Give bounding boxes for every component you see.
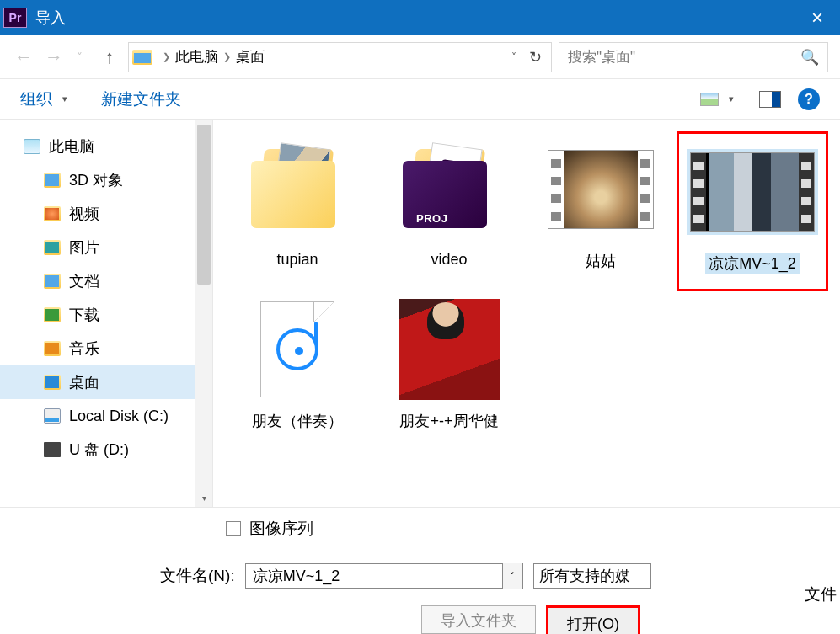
toolbar: 组织 ▾ 新建文件夹 ▾ ? xyxy=(0,79,840,120)
file-item[interactable]: PrPROJvideo xyxy=(373,131,525,291)
file-grid: tupianPrPROJvideo姑姑凉凉MV~1_2朋友（伴奏）朋友+-+周华… xyxy=(213,120,840,507)
file-item[interactable]: 朋友（伴奏） xyxy=(222,291,373,451)
folder-icon xyxy=(44,240,61,255)
scroll-down-icon[interactable]: ▾ xyxy=(197,493,211,505)
sidebar-item[interactable]: 下载 xyxy=(0,298,212,332)
recent-chevron-icon[interactable]: ˅ xyxy=(67,51,91,64)
file-name: tupian xyxy=(276,251,318,269)
bottom-panel: 图像序列 文件名(N): 凉凉MV~1_2 ˅ 所有支持的媒 导入文件夹 打开(… xyxy=(0,507,840,633)
file-name: 凉凉MV~1_2 xyxy=(705,253,800,274)
sidebar-item-label: 音乐 xyxy=(69,338,99,359)
sidebar-item-label: 桌面 xyxy=(69,372,99,392)
refresh-icon[interactable]: ↻ xyxy=(522,48,548,67)
folder-icon xyxy=(44,206,61,221)
sidebar-item[interactable]: 图片 xyxy=(0,231,212,264)
folder-icon xyxy=(132,50,152,65)
search-placeholder: 搜索"桌面" xyxy=(568,47,635,67)
preview-pane-icon[interactable] xyxy=(759,91,781,108)
sidebar-item[interactable]: 文档 xyxy=(0,264,212,298)
chevron-down-icon[interactable]: ˅ xyxy=(502,563,522,589)
forward-arrow-icon: → xyxy=(42,46,66,68)
filename-label: 文件名(N): xyxy=(160,565,235,587)
scrollbar-thumb[interactable] xyxy=(197,125,211,285)
sidebar-root-this-pc[interactable]: 此电脑 xyxy=(0,130,212,163)
file-thumbnail xyxy=(699,142,805,242)
filename-combo[interactable]: 凉凉MV~1_2 ˅ xyxy=(245,563,523,589)
sidebar-item[interactable]: 视频 xyxy=(0,197,212,231)
folder-icon xyxy=(44,173,61,188)
file-name: 朋友+-+周华健 xyxy=(399,411,498,431)
chevron-down-icon[interactable]: ▾ xyxy=(62,93,67,104)
help-icon[interactable]: ? xyxy=(798,88,820,110)
file-name: 姑姑 xyxy=(586,251,616,271)
open-button[interactable]: 打开(O) xyxy=(546,605,640,634)
file-item[interactable]: tupian xyxy=(222,131,373,291)
sidebar-item-label: 图片 xyxy=(69,237,99,258)
sidebar-item[interactable]: 3D 对象 xyxy=(0,163,212,197)
close-icon[interactable]: × xyxy=(798,6,837,29)
folder-icon xyxy=(44,375,61,390)
file-item[interactable]: 凉凉MV~1_2 xyxy=(677,131,828,291)
file-item[interactable]: 姑姑 xyxy=(525,131,677,291)
dialog-body: 此电脑3D 对象视频图片文档下载音乐桌面Local Disk (C:)U 盘 (… xyxy=(0,120,840,507)
file-thumbnail xyxy=(244,140,350,239)
sidebar-item[interactable]: U 盘 (D:) xyxy=(0,433,212,466)
chevron-right-icon: ❯ xyxy=(223,51,231,62)
sidebar-item-label: 文档 xyxy=(69,271,99,291)
search-input[interactable]: 搜索"桌面" 🔍 xyxy=(559,42,828,72)
sidebar: 此电脑3D 对象视频图片文档下载音乐桌面Local Disk (C:)U 盘 (… xyxy=(0,120,213,507)
back-arrow-icon: ← xyxy=(12,46,35,68)
sidebar-item[interactable]: 音乐 xyxy=(0,332,212,365)
chevron-right-icon: ❯ xyxy=(163,51,170,62)
file-thumbnail: PrPROJ xyxy=(396,140,502,239)
new-folder-button[interactable]: 新建文件夹 xyxy=(101,88,181,110)
file-name: 朋友（伴奏） xyxy=(252,411,343,431)
sidebar-item-label: Local Disk (C:) xyxy=(69,408,169,425)
truncated-text: 文件 xyxy=(805,583,837,605)
file-thumbnail xyxy=(244,300,350,399)
image-sequence-label: 图像序列 xyxy=(249,518,313,540)
pc-icon xyxy=(24,139,40,154)
filter-value: 所有支持的媒 xyxy=(539,566,630,586)
premiere-app-icon: Pr xyxy=(3,8,27,28)
search-icon[interactable]: 🔍 xyxy=(800,48,819,67)
disk-icon xyxy=(44,408,61,424)
filename-value: 凉凉MV~1_2 xyxy=(253,566,340,586)
nav-bar: ← → ˅ ↑ ❯ 此电脑 ❯ 桌面 ˅ ↻ 搜索"桌面" 🔍 xyxy=(0,35,840,79)
chevron-down-icon[interactable]: ▾ xyxy=(729,93,734,104)
titlebar: Pr 导入 × xyxy=(0,0,840,35)
up-arrow-icon[interactable]: ↑ xyxy=(98,46,121,68)
sidebar-item-label: 3D 对象 xyxy=(69,170,123,190)
path-dropdown-icon[interactable]: ˅ xyxy=(506,51,522,63)
sidebar-item[interactable]: Local Disk (C:) xyxy=(0,399,212,433)
path-segment-root[interactable]: 此电脑 xyxy=(175,47,218,67)
sidebar-item[interactable]: 桌面 xyxy=(0,365,212,399)
sidebar-item-label: 下载 xyxy=(69,305,99,325)
breadcrumb-path[interactable]: ❯ 此电脑 ❯ 桌面 ˅ ↻ xyxy=(128,42,552,72)
folder-icon xyxy=(44,274,61,289)
sidebar-item-label: U 盘 (D:) xyxy=(69,440,129,460)
folder-icon xyxy=(44,341,61,356)
image-sequence-checkbox[interactable] xyxy=(226,521,241,536)
usb-disk-icon xyxy=(44,442,61,457)
sidebar-item-label: 视频 xyxy=(69,204,99,224)
folder-icon xyxy=(44,307,61,322)
sidebar-scrollbar[interactable]: ▾ xyxy=(195,120,212,507)
import-folder-button[interactable]: 导入文件夹 xyxy=(421,605,536,634)
file-name: video xyxy=(431,251,467,269)
dialog-title: 导入 xyxy=(35,8,798,28)
view-mode-icon[interactable] xyxy=(700,93,719,106)
file-type-filter[interactable]: 所有支持的媒 xyxy=(533,563,651,589)
file-item[interactable]: 朋友+-+周华健 xyxy=(373,291,525,451)
organize-menu[interactable]: 组织 xyxy=(20,88,52,110)
file-thumbnail xyxy=(396,300,502,399)
file-thumbnail xyxy=(548,140,654,239)
path-segment-current[interactable]: 桌面 xyxy=(236,47,265,67)
